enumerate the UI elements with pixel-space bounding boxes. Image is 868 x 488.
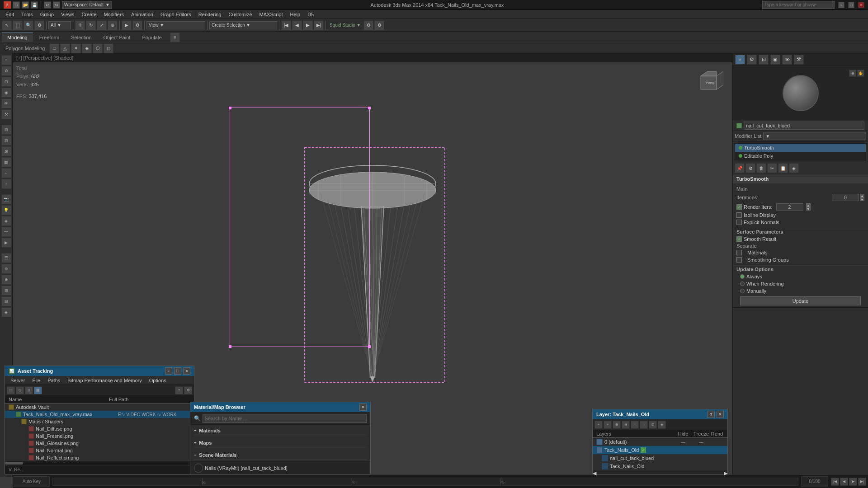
manually-radio-btn[interactable] <box>740 289 745 293</box>
modifier-turbosmooh[interactable]: TurboSmooth <box>735 144 866 152</box>
at-row-reflection[interactable]: Nail_Reflection.png <box>5 454 194 461</box>
render-iters-value[interactable]: 2 <box>776 203 803 211</box>
at-menu-bitmap[interactable]: Bitmap Performance and Memory <box>64 377 145 384</box>
ri-up[interactable]: ▲ <box>806 203 811 207</box>
layer-row-tack-nails[interactable]: Tack_Nails_Old ✓ <box>593 446 727 454</box>
at-row-normal[interactable]: Nail_Normal.png <box>5 447 194 454</box>
workspace-dropdown[interactable]: Workspace: Default ▼ <box>62 1 112 9</box>
mod-delete[interactable]: 🗑 <box>756 163 766 173</box>
menu-help[interactable]: Help <box>287 11 304 18</box>
select-filter-dropdown[interactable]: All ▼ <box>48 21 71 29</box>
layer-row-nail-cut[interactable]: nail_cut_tack_blued <box>593 454 727 462</box>
redo-icon[interactable]: ↪ <box>53 1 60 9</box>
object-color-swatch[interactable] <box>736 123 742 128</box>
rp-tab-modify[interactable]: ⚙ <box>747 55 757 65</box>
select-by-name[interactable]: 🔍 <box>24 20 33 30</box>
menu-views[interactable]: Views <box>57 11 78 18</box>
search-bar[interactable] <box>762 1 835 9</box>
preview-zoom[interactable]: ⊕ <box>849 70 856 77</box>
sidebar-render[interactable]: ▶ <box>1 238 11 248</box>
smooth-result-check[interactable] <box>736 236 742 242</box>
open-icon[interactable]: 📂 <box>22 1 29 9</box>
sidebar-motion[interactable]: ◉ <box>1 88 11 98</box>
layer-row-tack-nails2[interactable]: Tack_Nails_Old <box>593 462 727 470</box>
menu-modifiers[interactable]: Modifiers <box>100 11 127 18</box>
pm-tool6[interactable]: ◻ <box>104 43 113 53</box>
select-region[interactable]: ⬚ <box>13 20 23 30</box>
select-filter[interactable]: ⚙ <box>34 20 44 30</box>
new-icon[interactable]: □ <box>13 1 20 9</box>
when-rendering-radio[interactable]: When Rendering <box>733 280 868 287</box>
at-options[interactable]: ⚙ <box>184 386 192 394</box>
mat-section-scene-materials[interactable]: − Scene Materials <box>190 449 370 461</box>
at-tool3[interactable]: ⊞ <box>25 386 33 394</box>
layer-tool5[interactable]: ↑ <box>631 421 639 429</box>
rp-tab-display[interactable]: 👁 <box>782 55 792 65</box>
tab-freeform[interactable]: Freeform <box>34 33 65 42</box>
always-radio-btn[interactable] <box>740 274 745 279</box>
layer-tool6[interactable]: ↓ <box>640 421 648 429</box>
mod-configure[interactable]: ⚙ <box>745 163 755 173</box>
iterations-value[interactable]: 0 <box>832 194 859 201</box>
iter-down[interactable]: ▼ <box>860 197 864 201</box>
sidebar-utilities[interactable]: ⚒ <box>1 109 11 119</box>
iterations-spinner[interactable]: ▲ ▼ <box>860 194 864 201</box>
always-radio[interactable]: Always <box>733 273 868 280</box>
pm-tool4[interactable]: ◈ <box>82 43 92 53</box>
save-icon[interactable]: 💾 <box>31 1 38 9</box>
at-row-fresnel[interactable]: Nail_Fresnel.png <box>5 432 194 440</box>
turbosmooh-header[interactable]: TurboSmooth <box>733 174 868 183</box>
isoline-check[interactable] <box>736 212 742 218</box>
at-row-diffuse[interactable]: Nail_Diffuse.png <box>5 425 194 432</box>
menu-animation[interactable]: Animation <box>127 11 157 18</box>
sidebar-curve[interactable]: 〜 <box>1 227 11 237</box>
update-button[interactable]: Update <box>740 296 861 305</box>
sidebar-light[interactable]: 💡 <box>1 205 11 215</box>
sidebar-extra6[interactable]: ◈ <box>1 307 11 317</box>
sidebar-normal[interactable]: ↑ <box>1 179 11 189</box>
anim-fwd[interactable]: ▶| <box>314 20 324 30</box>
select-tool[interactable]: ↖ <box>2 20 12 30</box>
mat-search-input[interactable] <box>203 414 367 423</box>
tl-play[interactable]: ▶ <box>849 478 857 486</box>
pm-tool1[interactable]: □ <box>49 43 59 53</box>
preview-pan[interactable]: ✋ <box>857 70 864 77</box>
at-menu-server[interactable]: Server <box>7 377 28 384</box>
menu-create[interactable]: Create <box>78 11 100 18</box>
layer-row-default[interactable]: 0 (default) --- --- <box>593 438 727 446</box>
explicit-normals-check[interactable] <box>736 220 742 225</box>
sidebar-array[interactable]: ▦ <box>1 157 11 167</box>
at-menu-paths[interactable]: Paths <box>44 377 64 384</box>
tab-object-paint[interactable]: Object Paint <box>98 33 136 42</box>
smoothing-groups-check[interactable] <box>736 257 742 263</box>
timeline-bar[interactable]: 65 70 75 <box>52 478 798 486</box>
pm-tool2[interactable]: △ <box>60 43 70 53</box>
sidebar-create[interactable]: + <box>1 55 11 65</box>
manually-radio[interactable]: Manually <box>733 287 868 295</box>
extra-tool2[interactable]: ⚙ <box>374 20 384 30</box>
menu-group[interactable]: Group <box>37 11 58 18</box>
render-iter-spinner[interactable]: ▲ ▼ <box>806 203 811 211</box>
mat-section-materials[interactable]: + Materials <box>190 425 370 437</box>
sidebar-modify[interactable]: ⚙ <box>1 66 11 76</box>
tab-populate[interactable]: Populate <box>137 33 167 42</box>
at-scrollbar[interactable] <box>5 461 194 465</box>
tab-modeling[interactable]: Modeling <box>2 33 33 42</box>
layer-tool1[interactable]: + <box>594 421 603 429</box>
sidebar-spacing[interactable]: ↔ <box>1 168 11 178</box>
modifier-dropdown[interactable]: ▼ <box>763 132 866 140</box>
at-tool4[interactable]: ▦ <box>34 386 42 394</box>
mat-section-maps[interactable]: + Maps <box>190 437 370 449</box>
selection-dropdown[interactable]: Create Selection ▼ <box>209 21 277 29</box>
at-minimize[interactable]: − <box>165 367 172 375</box>
tl-prev[interactable]: |◀ <box>831 478 839 486</box>
at-scroll-thumb[interactable] <box>5 462 23 465</box>
menu-tools[interactable]: Tools <box>18 11 37 18</box>
sidebar-extra1[interactable]: ☰ <box>1 253 11 263</box>
tab-options[interactable]: ≡ <box>170 33 180 42</box>
mod-cut[interactable]: ✂ <box>767 163 777 173</box>
sidebar-extra3[interactable]: ⊗ <box>1 275 11 285</box>
menu-customize[interactable]: Customize <box>225 11 256 18</box>
layer-tool8[interactable]: ◈ <box>658 421 666 429</box>
nav-cube[interactable]: Persp <box>696 67 723 94</box>
